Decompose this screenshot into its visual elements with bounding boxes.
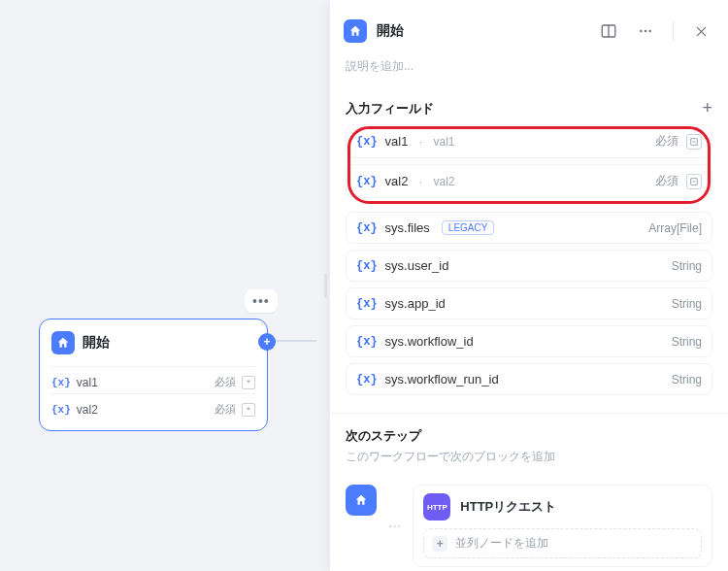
workflow-canvas[interactable]: ••• 開始 {x} val1 必須 * {x} val2 必須 bbox=[0, 0, 330, 571]
variable-icon: {x} bbox=[356, 373, 378, 386]
input-field-row[interactable]: {x} sys.app_id String bbox=[346, 287, 712, 319]
node-var-name: val1 bbox=[77, 376, 98, 389]
field-name: sys.files bbox=[385, 220, 430, 235]
field-type: String bbox=[672, 373, 702, 386]
field-sub-label: val2 bbox=[433, 175, 454, 188]
field-name: sys.workflow_run_id bbox=[385, 372, 499, 386]
more-icon[interactable] bbox=[632, 17, 659, 45]
field-name: val1 bbox=[385, 134, 409, 149]
input-field-list: {x} val1 · val1 必須 {x} val2 · val2 bbox=[346, 124, 712, 401]
description-input[interactable]: 説明を追加... bbox=[330, 50, 728, 88]
input-field-row[interactable]: {x} sys.workflow_run_id String bbox=[346, 363, 712, 395]
input-field-row[interactable]: {x} sys.files LEGACY Array[File] bbox=[346, 212, 712, 244]
variable-icon: {x} bbox=[51, 404, 71, 416]
step-connector-icon: ··· bbox=[388, 518, 401, 535]
next-steps-subtitle: このワークフローで次のブロックを追加 bbox=[346, 449, 712, 465]
field-sub: · bbox=[415, 135, 425, 149]
required-label: 必須 bbox=[655, 173, 678, 189]
next-step-block: HTTP HTTPリクエスト + 並列ノードを追加 bbox=[413, 485, 712, 567]
node-detail-panel: 開始 説明を追加... 入力フィールド + {x} val1 · va bbox=[330, 0, 728, 571]
start-node[interactable]: 開始 {x} val1 必須 * {x} val2 必須 * + bbox=[39, 319, 268, 431]
home-icon bbox=[344, 19, 367, 43]
variable-icon: {x} bbox=[356, 135, 378, 149]
home-icon bbox=[51, 331, 75, 354]
edit-icon[interactable] bbox=[686, 174, 702, 189]
field-type: Array[File] bbox=[648, 221, 702, 235]
panel-resize-handle[interactable] bbox=[320, 266, 330, 305]
variable-icon: {x} bbox=[356, 175, 378, 188]
field-type: String bbox=[672, 335, 702, 349]
variable-icon: {x} bbox=[356, 297, 378, 311]
http-icon: HTTP bbox=[423, 493, 450, 521]
add-connection-handle[interactable]: + bbox=[258, 333, 276, 351]
field-name: sys.app_id bbox=[385, 296, 446, 311]
close-icon[interactable] bbox=[687, 17, 714, 45]
next-steps-heading: 次のステップ bbox=[346, 427, 712, 445]
home-icon bbox=[346, 485, 377, 516]
input-field-row[interactable]: {x} val2 · val2 必須 bbox=[346, 164, 712, 198]
add-input-field-button[interactable]: + bbox=[702, 98, 712, 118]
http-request-label: HTTPリクエスト bbox=[460, 498, 556, 516]
required-label: 必須 bbox=[215, 375, 236, 389]
input-field-row[interactable]: {x} sys.workflow_id String bbox=[346, 325, 712, 357]
field-sub: · bbox=[415, 175, 425, 188]
node-title: 開始 bbox=[83, 334, 110, 352]
svg-point-4 bbox=[648, 30, 650, 32]
field-type: String bbox=[672, 259, 702, 273]
variable-icon: {x} bbox=[356, 259, 378, 273]
canvas-node-more-button[interactable]: ••• bbox=[245, 289, 278, 313]
svg-point-2 bbox=[640, 30, 642, 32]
add-parallel-label: 並列ノードを追加 bbox=[455, 535, 548, 552]
input-field-row[interactable]: {x} val1 · val1 必須 bbox=[346, 124, 712, 158]
required-label: 必須 bbox=[655, 133, 678, 150]
field-name: sys.user_id bbox=[385, 258, 449, 273]
panel-title: 開始 bbox=[377, 22, 404, 40]
required-badge-icon: * bbox=[242, 376, 255, 389]
field-name: sys.workflow_id bbox=[385, 334, 474, 349]
input-fields-heading: 入力フィールド bbox=[346, 100, 434, 118]
plus-icon: + bbox=[432, 536, 447, 552]
variable-icon: {x} bbox=[51, 377, 71, 388]
field-type: String bbox=[672, 297, 702, 311]
docs-icon[interactable] bbox=[595, 17, 622, 45]
svg-point-3 bbox=[645, 30, 646, 32]
add-parallel-node-button[interactable]: + 並列ノードを追加 bbox=[423, 528, 702, 558]
edit-icon[interactable] bbox=[686, 134, 702, 150]
node-var-name: val2 bbox=[77, 403, 98, 417]
variable-icon: {x} bbox=[356, 221, 378, 235]
legacy-badge: LEGACY bbox=[442, 220, 495, 235]
node-variable-row: {x} val1 必須 * bbox=[51, 366, 255, 393]
required-badge-icon: * bbox=[242, 403, 255, 417]
input-field-row[interactable]: {x} sys.user_id String bbox=[346, 250, 712, 282]
http-request-step[interactable]: HTTP HTTPリクエスト bbox=[423, 493, 702, 521]
variable-icon: {x} bbox=[356, 335, 378, 349]
node-variable-row: {x} val2 必須 * bbox=[51, 393, 255, 420]
field-sub-label: val1 bbox=[433, 135, 454, 149]
required-label: 必須 bbox=[215, 402, 236, 417]
field-name: val2 bbox=[385, 174, 409, 188]
header-divider bbox=[673, 21, 674, 41]
